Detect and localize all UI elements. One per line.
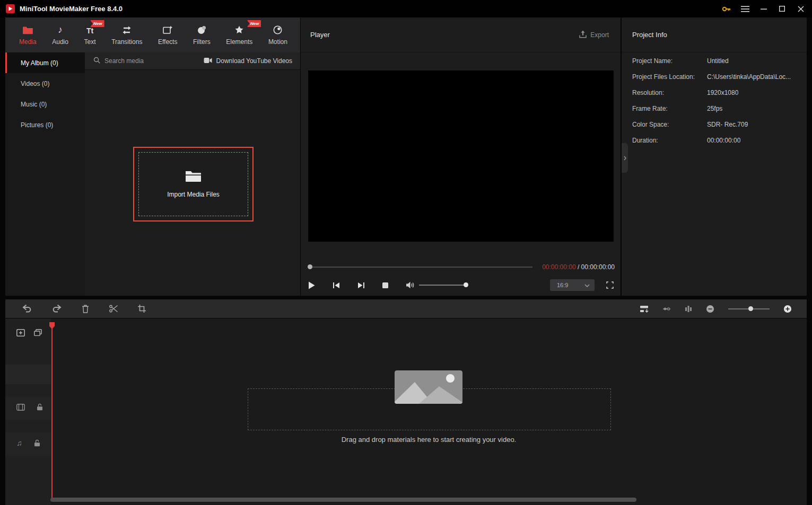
- import-content: Import Media Files: [167, 170, 220, 198]
- video-preview: [308, 70, 614, 242]
- track-lines-icon[interactable]: [662, 305, 671, 313]
- media-library-content: My Album (0) Videos (0) Music (0) Pictur…: [5, 52, 300, 296]
- tab-text[interactable]: New Tt Text: [84, 24, 96, 46]
- total-time: 00:00:00:00: [581, 263, 615, 271]
- fit-timeline-icon[interactable]: [640, 305, 649, 313]
- field-label: Project Files Location:: [632, 73, 707, 81]
- star-icon: [234, 24, 244, 34]
- search-media-input[interactable]: Search media: [93, 57, 144, 65]
- music-note-icon: ♪: [58, 24, 63, 34]
- project-info-title: Project Info: [632, 31, 667, 39]
- window-controls: [717, 0, 812, 17]
- delete-icon[interactable]: [82, 305, 89, 313]
- license-key-icon[interactable]: [717, 0, 736, 17]
- new-badge: New: [247, 20, 261, 27]
- horizontal-scrollbar[interactable]: [50, 498, 636, 502]
- field-value: 25fps: [707, 105, 722, 112]
- collapse-panel-handle[interactable]: [622, 143, 628, 173]
- tab-media[interactable]: Media: [19, 24, 37, 46]
- player-header: Player Export: [301, 17, 621, 52]
- tab-transitions[interactable]: Transitions: [111, 24, 142, 46]
- timeline: ♫ Drag and drop materials here to start …: [5, 318, 807, 505]
- sidebar-item-videos[interactable]: Videos (0): [5, 73, 85, 94]
- field-value: 00:00:00:00: [707, 137, 740, 144]
- volume-knob[interactable]: [464, 282, 468, 287]
- aspect-ratio-select[interactable]: 16:9: [550, 279, 595, 291]
- crop-icon[interactable]: [138, 305, 146, 313]
- playhead[interactable]: [51, 322, 53, 501]
- tab-audio[interactable]: ♪ Audio: [52, 24, 68, 46]
- play-button[interactable]: [308, 281, 315, 289]
- media-toolbar: Search media Download YouTube Videos: [85, 52, 300, 70]
- field-value: Untitled: [707, 57, 729, 65]
- volume-slider[interactable]: [419, 282, 468, 288]
- minimize-icon[interactable]: [754, 0, 773, 17]
- import-media-button[interactable]: Import Media Files: [133, 147, 254, 222]
- new-badge: New: [90, 20, 104, 27]
- undo-icon[interactable]: [22, 305, 32, 313]
- sidebar-item-label: Music (0): [21, 101, 47, 108]
- field-value: C:\Users\tinka\AppData\Loc...: [707, 73, 791, 81]
- audio-track-icon: ♫: [16, 439, 22, 447]
- export-label: Export: [590, 31, 609, 39]
- timeline-view-tools: [640, 305, 807, 313]
- field-value: 1920x1080: [707, 89, 738, 96]
- add-clip-icon[interactable]: [16, 329, 25, 336]
- seek-knob[interactable]: [308, 264, 312, 269]
- app-window: MiniTool MovieMaker Free 8.4.0: [0, 0, 812, 505]
- titlebar: MiniTool MovieMaker Free 8.4.0: [0, 0, 812, 17]
- timeline-zoom-slider[interactable]: [728, 306, 770, 312]
- duplicate-clip-icon[interactable]: [34, 329, 42, 336]
- previous-frame-button[interactable]: [333, 282, 340, 289]
- waveform-bars-icon[interactable]: [685, 305, 692, 313]
- tab-filters-label: Filters: [193, 38, 211, 46]
- video-track-lock-icon[interactable]: [37, 403, 43, 411]
- project-info-panel: Project Info Project Name: Untitled Proj…: [622, 17, 807, 296]
- track-headers: ♫: [5, 318, 51, 505]
- seek-row: 00:00:00:00 / 00:00:00:00: [308, 263, 615, 271]
- sidebar-item-my-album[interactable]: My Album (0): [5, 52, 85, 73]
- zoom-knob[interactable]: [748, 306, 753, 311]
- tab-motion-label: Motion: [268, 38, 287, 46]
- tab-elements[interactable]: New Elements: [226, 24, 252, 46]
- tab-effects-label: Effects: [158, 38, 177, 46]
- export-icon: [579, 30, 587, 40]
- stop-button[interactable]: [382, 282, 388, 288]
- zoom-in-icon[interactable]: [783, 305, 792, 313]
- tab-motion[interactable]: Motion: [268, 24, 287, 46]
- volume-icon[interactable]: [406, 281, 415, 289]
- zoom-out-icon[interactable]: [706, 305, 714, 313]
- import-area: Import Media Files: [85, 70, 300, 296]
- download-youtube-button[interactable]: Download YouTube Videos: [204, 57, 292, 65]
- seek-slider[interactable]: [308, 267, 532, 268]
- tab-effects[interactable]: Effects: [158, 24, 177, 46]
- tab-media-label: Media: [19, 38, 37, 46]
- tab-transitions-label: Transitions: [111, 38, 142, 46]
- motion-icon: [273, 24, 282, 34]
- time-separator: /: [576, 263, 581, 271]
- timeline-edit-tools: [5, 305, 146, 313]
- redo-icon[interactable]: [52, 305, 62, 313]
- next-frame-button[interactable]: [357, 282, 365, 289]
- fullscreen-button[interactable]: [606, 281, 614, 289]
- video-camera-icon: [204, 57, 212, 65]
- aspect-ratio-value: 16:9: [557, 282, 568, 288]
- maximize-icon[interactable]: [773, 0, 791, 17]
- tab-filters[interactable]: Filters: [193, 24, 211, 46]
- media-library-panel: Media ♪ Audio New Tt Text Transitions: [5, 17, 300, 296]
- filters-icon: [197, 24, 206, 34]
- export-button[interactable]: Export: [579, 30, 609, 40]
- search-placeholder: Search media: [104, 57, 144, 65]
- sidebar-item-music[interactable]: Music (0): [5, 94, 85, 114]
- time-display: 00:00:00:00 / 00:00:00:00: [542, 263, 615, 271]
- close-icon[interactable]: [791, 0, 810, 17]
- field-value: SDR- Rec.709: [707, 121, 748, 128]
- menu-icon[interactable]: [736, 0, 754, 17]
- timeline-toolbar: [5, 299, 807, 318]
- audio-track-lock-icon[interactable]: [34, 439, 40, 447]
- audio-track-header: ♫: [16, 439, 40, 447]
- sidebar-item-pictures[interactable]: Pictures (0): [5, 114, 85, 135]
- window-title: MiniTool MovieMaker Free 8.4.0: [20, 5, 123, 13]
- media-folder-icon: [22, 24, 33, 34]
- split-scissors-icon[interactable]: [109, 305, 118, 313]
